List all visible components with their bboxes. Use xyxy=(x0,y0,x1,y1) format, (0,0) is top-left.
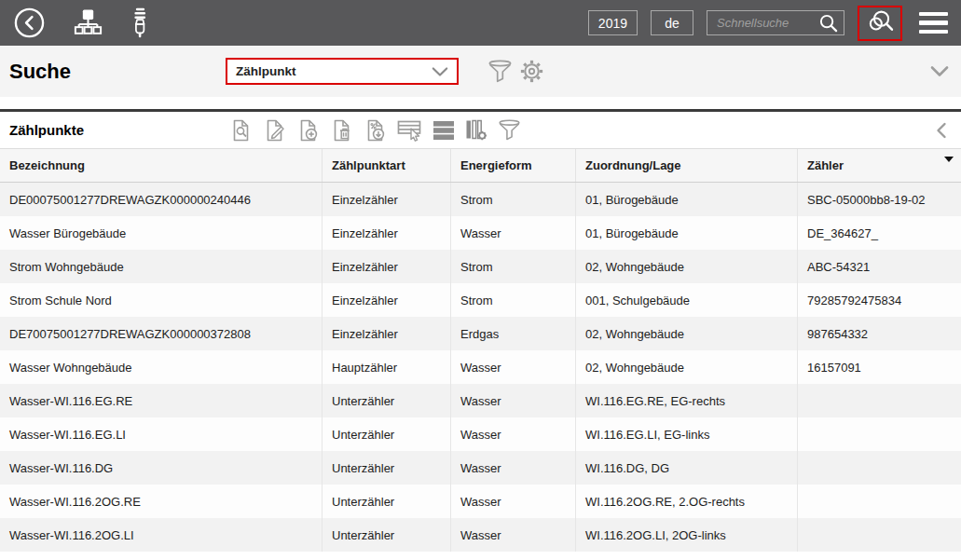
hamburger-icon xyxy=(919,12,948,17)
table-cell: Unterzähler xyxy=(322,451,450,485)
table-cell: Wasser xyxy=(450,384,575,417)
table-cell xyxy=(797,518,961,552)
menu-button[interactable] xyxy=(915,10,952,36)
energy-lamp-icon xyxy=(130,7,149,40)
table-cell: 79285792475834 xyxy=(797,283,961,317)
table-cell: DE_364627_ xyxy=(797,216,961,250)
table-cell: WI.116.EG.LI, EG-links xyxy=(575,417,797,451)
table-cell: DE00075001277DREWAGZK000000240446 xyxy=(0,183,322,216)
table-cell: WI.116.2OG.RE, 2.OG-rechts xyxy=(575,485,797,518)
export-document-icon xyxy=(364,118,388,143)
results-toolbar: Zählpunkte xyxy=(0,112,961,148)
results-table: Bezeichnung Zählpunktart Energieform Zuo… xyxy=(0,148,961,552)
select-rows-icon xyxy=(397,118,423,143)
list-view-button[interactable] xyxy=(432,117,456,143)
table-row[interactable]: Wasser WohngebäudeHauptzählerWasser02, W… xyxy=(0,350,961,384)
column-header-zaehler[interactable]: Zähler xyxy=(797,149,961,182)
column-header-energieform[interactable]: Energieform xyxy=(450,149,575,182)
topbar-nav-icons xyxy=(13,7,149,40)
filter-icon xyxy=(498,119,521,142)
quick-search-box[interactable] xyxy=(707,10,844,35)
table-cell: 01, Bürogebäude xyxy=(575,183,797,216)
table-row[interactable]: Strom WohngebäudeEinzelzählerStrom02, Wo… xyxy=(0,250,961,283)
quick-search-input[interactable] xyxy=(715,15,815,31)
table-cell: ABC-54321 xyxy=(797,250,961,283)
delete-document-icon xyxy=(330,118,354,143)
advanced-search-icon xyxy=(866,8,895,37)
table-cell: WI.116.EG.RE, EG-rechts xyxy=(575,384,797,417)
column-header-bezeichnung[interactable]: Bezeichnung xyxy=(0,149,322,182)
table-cell: Einzelzähler xyxy=(322,317,450,350)
gear-icon xyxy=(519,59,544,84)
sort-descending-icon[interactable] xyxy=(944,157,954,162)
hierarchy-button[interactable] xyxy=(73,7,103,38)
hierarchy-icon xyxy=(73,7,103,38)
table-row[interactable]: Wasser BürogebäudeEinzelzählerWasser01, … xyxy=(0,216,961,250)
table-cell: 01, Bürogebäude xyxy=(575,216,797,250)
filter-icon xyxy=(487,60,513,84)
advanced-search-button[interactable] xyxy=(858,6,902,41)
column-header-zaehlpunktart[interactable]: Zählpunktart xyxy=(322,149,450,182)
table-cell: Strom Wohngebäude xyxy=(0,250,322,283)
collapse-search-panel-button[interactable] xyxy=(930,65,949,77)
table-cell: WI.116.2OG.LI, 2OG-links xyxy=(575,518,797,552)
table-row[interactable]: Wasser-WI.116.2OG.REUnterzählerWasserWI.… xyxy=(0,485,961,518)
table-row[interactable]: Wasser-WI.116.EG.LIUnterzählerWasserWI.1… xyxy=(0,417,961,451)
table-row[interactable]: Wasser-WI.116.2OG.LIUnterzählerWasserWI.… xyxy=(0,518,961,552)
edit-document-icon xyxy=(263,118,287,143)
edit-entry-button[interactable] xyxy=(262,117,288,143)
table-filter-button[interactable] xyxy=(497,118,522,143)
year-button[interactable]: 2019 xyxy=(588,10,638,35)
export-entry-button[interactable] xyxy=(363,117,389,143)
search-settings-button[interactable] xyxy=(519,59,544,84)
table-row[interactable]: Strom Schule NordEinzelzählerStrom001, S… xyxy=(0,283,961,317)
back-button[interactable] xyxy=(13,7,46,39)
toolbar-actions xyxy=(228,117,522,143)
energy-lamp-button[interactable] xyxy=(130,7,149,40)
table-cell: Strom xyxy=(450,183,575,216)
table-row[interactable]: DE70075001277DREWAGZK000000372808Einzelz… xyxy=(0,317,961,350)
table-cell: Strom xyxy=(450,250,575,283)
back-icon xyxy=(13,7,46,39)
table-cell: Wasser-WI.116.2OG.RE xyxy=(0,485,322,518)
search-type-dropdown[interactable]: Zählpunkt xyxy=(226,58,459,85)
add-document-icon xyxy=(296,118,321,143)
table-cell: Einzelzähler xyxy=(322,216,450,250)
table-cell: Einzelzähler xyxy=(322,283,450,317)
topbar-controls: 2019 de xyxy=(588,6,952,41)
table-cell: Strom xyxy=(450,283,575,317)
view-entry-button[interactable] xyxy=(228,117,254,143)
table-cell: Unterzähler xyxy=(322,417,450,451)
chevron-down-icon xyxy=(432,66,448,77)
table-body: DE00075001277DREWAGZK000000240446Einzelz… xyxy=(0,183,961,552)
table-cell: Wasser xyxy=(450,451,575,485)
table-cell: 16157091 xyxy=(797,350,961,384)
table-row[interactable]: DE00075001277DREWAGZK000000240446Einzelz… xyxy=(0,183,961,216)
view-document-icon xyxy=(229,118,254,143)
hamburger-icon xyxy=(919,20,948,25)
table-row[interactable]: Wasser-WI.116.DGUnterzählerWasserWI.116.… xyxy=(0,451,961,485)
search-filter-button[interactable] xyxy=(487,60,513,84)
table-cell: 02, Wohngebäude xyxy=(575,250,797,283)
table-cell: Wasser xyxy=(450,350,575,384)
results-title: Zählpunkte xyxy=(9,122,228,138)
table-cell: Wasser Wohngebäude xyxy=(0,350,322,384)
table-cell: SBC-05000bb8-19-02 xyxy=(797,183,961,216)
language-button[interactable]: de xyxy=(651,10,693,35)
page-title: Suche xyxy=(9,60,226,84)
collapse-results-button[interactable] xyxy=(936,122,947,139)
table-cell: Unterzähler xyxy=(322,485,450,518)
add-entry-button[interactable] xyxy=(295,117,322,143)
table-cell: Erdgas xyxy=(450,317,575,350)
topbar: 2019 de xyxy=(0,0,961,46)
delete-entry-button[interactable] xyxy=(329,117,355,143)
chevron-left-icon xyxy=(936,122,947,139)
table-cell: Einzelzähler xyxy=(322,250,450,283)
column-header-zuordnung-lage[interactable]: Zuordnung/Lage xyxy=(575,149,797,182)
select-rows-button[interactable] xyxy=(396,117,424,143)
table-row[interactable]: Wasser-WI.116.EG.REUnterzählerWasserWI.1… xyxy=(0,384,961,417)
table-cell xyxy=(797,485,961,518)
table-cell: Strom Schule Nord xyxy=(0,283,322,317)
column-settings-button[interactable] xyxy=(463,117,489,143)
table-cell xyxy=(797,384,961,417)
